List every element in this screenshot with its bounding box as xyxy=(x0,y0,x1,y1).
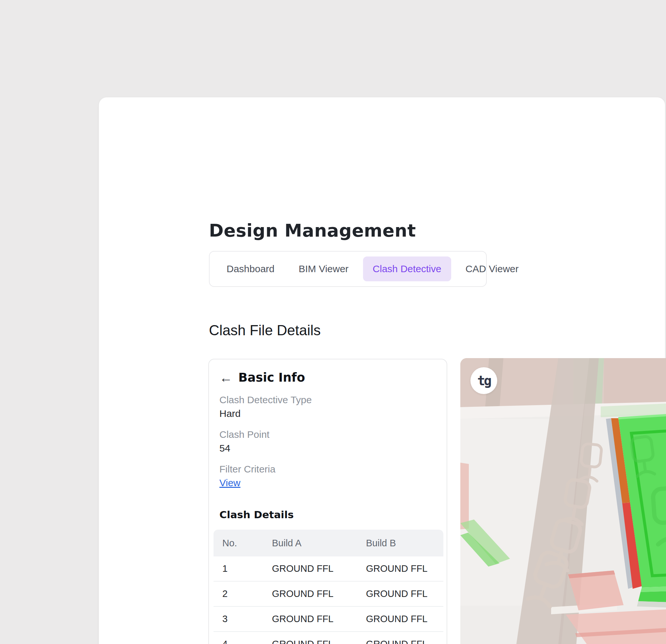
clash-point-value: 54 xyxy=(220,443,436,454)
cell-build-a: GROUND FFL xyxy=(272,589,366,599)
tab-cad-viewer[interactable]: CAD Viewer xyxy=(456,256,529,281)
section-heading: Clash File Details xyxy=(209,322,320,339)
cell-build-b: GROUND FFL xyxy=(366,563,443,574)
cell-build-a: GROUND FFL xyxy=(272,614,366,624)
col-build-a: Build A xyxy=(272,538,366,548)
table-body: 1 GROUND FFL GROUND FFL 2 GROUND FFL GRO… xyxy=(213,556,443,644)
filter-criteria-field: Filter Criteria View xyxy=(220,464,436,489)
cell-no: 3 xyxy=(222,614,272,624)
page-title: Design Management xyxy=(209,220,416,241)
cell-build-a: GROUND FFL xyxy=(272,639,366,644)
clash-point-field: Clash Point 54 xyxy=(220,429,436,454)
cell-no: 4 xyxy=(222,639,272,644)
cell-no: 2 xyxy=(222,589,272,599)
cell-no: 1 xyxy=(222,563,272,574)
tab-bar: Dashboard BIM Viewer Clash Detective CAD… xyxy=(209,251,487,287)
clash-details-heading: Clash Details xyxy=(220,509,436,521)
cell-build-a: GROUND FFL xyxy=(272,563,366,574)
clash-point-label: Clash Point xyxy=(220,429,436,440)
clash-type-label: Clash Detective Type xyxy=(220,394,436,406)
panel-title: Basic Info xyxy=(238,371,305,385)
tab-dashboard[interactable]: Dashboard xyxy=(217,256,284,281)
table-header-row: No. Build A Build B xyxy=(213,530,443,556)
viewer-logo-badge[interactable]: tg xyxy=(470,367,497,394)
table-row[interactable]: 4 GROUND FFL GROUND FFL xyxy=(213,632,443,644)
cell-build-b: GROUND FFL xyxy=(366,639,443,644)
table-row[interactable]: 2 GROUND FFL GROUND FFL xyxy=(213,581,443,607)
clash-type-field: Clash Detective Type Hard xyxy=(220,394,436,419)
basic-info-panel: ← Basic Info Clash Detective Type Hard C… xyxy=(208,359,447,644)
filter-criteria-label: Filter Criteria xyxy=(220,464,436,475)
bim-3d-scene xyxy=(460,358,666,644)
table-row[interactable]: 3 GROUND FFL GROUND FFL xyxy=(213,607,443,632)
cell-build-b: GROUND FFL xyxy=(366,614,443,624)
tab-clash-detective[interactable]: Clash Detective xyxy=(363,256,451,281)
clash-details-table: No. Build A Build B 1 GROUND FFL GROUND … xyxy=(213,530,443,644)
col-build-b: Build B xyxy=(366,538,443,548)
clash-3d-viewer[interactable]: tg xyxy=(460,358,666,644)
cell-build-b: GROUND FFL xyxy=(366,589,443,599)
table-row[interactable]: 1 GROUND FFL GROUND FFL xyxy=(213,556,443,581)
design-management-card: Design Management Dashboard BIM Viewer C… xyxy=(99,97,665,644)
back-arrow-icon[interactable]: ← xyxy=(220,371,232,384)
tab-bim-viewer[interactable]: BIM Viewer xyxy=(289,256,358,281)
clash-type-value: Hard xyxy=(220,408,436,419)
filter-view-link[interactable]: View xyxy=(220,477,240,488)
col-no: No. xyxy=(222,538,272,548)
tg-logo: tg xyxy=(477,373,490,388)
